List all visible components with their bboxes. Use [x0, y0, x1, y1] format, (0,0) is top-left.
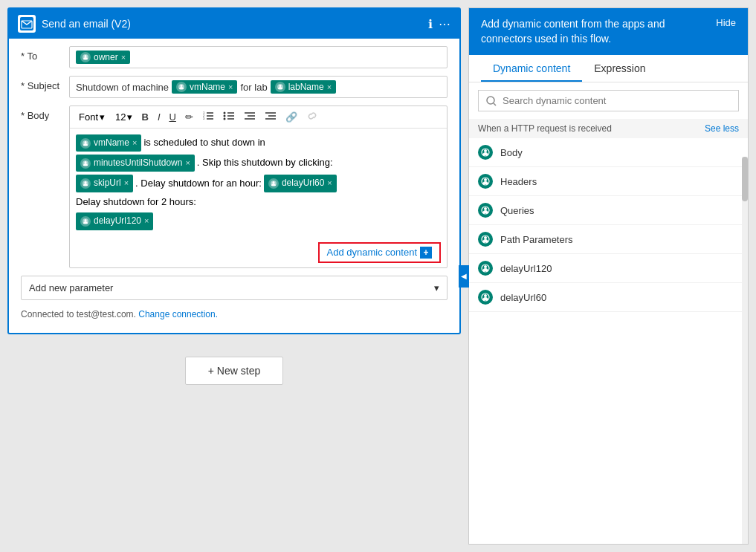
- font-dropdown-icon: ▾: [100, 111, 105, 123]
- app-icon: [18, 15, 36, 33]
- search-input[interactable]: [503, 95, 731, 106]
- bold-button[interactable]: B: [138, 110, 151, 124]
- vmname-close[interactable]: ×: [228, 82, 233, 91]
- scrollbar-track: [742, 157, 748, 544]
- tab-dynamic-content[interactable]: Dynamic content: [481, 55, 582, 82]
- tab-expression[interactable]: Expression: [582, 55, 657, 82]
- font-size-selector[interactable]: 12 ▾: [112, 110, 135, 124]
- font-size-dropdown-icon: ▾: [127, 111, 132, 123]
- body-text-2: . Skip this shutdown by clicking:: [197, 155, 333, 171]
- svg-point-47: [484, 265, 487, 268]
- font-size-label: 12: [115, 111, 126, 123]
- italic-button[interactable]: I: [155, 110, 164, 124]
- collapse-panel-button[interactable]: ◀: [459, 265, 469, 288]
- dynamic-item-icon-delay60: [478, 290, 493, 305]
- to-token-close[interactable]: ×: [121, 53, 126, 62]
- delay120-close[interactable]: ×: [144, 215, 149, 228]
- subject-token-vmname: vmName ×: [172, 80, 237, 94]
- dynamic-item-label-headers: Headers: [500, 176, 537, 187]
- body-text-1: is scheduled to shut down in: [143, 135, 265, 151]
- add-param-label: Add new parameter: [29, 282, 113, 293]
- search-icon: [486, 96, 497, 106]
- labname-label: labName: [288, 82, 324, 92]
- email-form: * To owner × * Subject: [9, 39, 459, 333]
- to-token: owner ×: [76, 51, 130, 64]
- add-param-chevron: ▾: [434, 282, 439, 293]
- svg-point-41: [484, 178, 487, 181]
- svg-point-39: [484, 149, 487, 152]
- header-left: Send an email (V2): [18, 15, 131, 33]
- body-vmname-label: vmName: [94, 136, 129, 150]
- body-vmname-close[interactable]: ×: [132, 137, 137, 150]
- delay120-label: delayUrl120: [94, 214, 141, 228]
- token-icon-vm: [176, 82, 187, 92]
- to-field[interactable]: owner ×: [69, 46, 448, 68]
- subject-text-2: for lab: [240, 82, 267, 93]
- token-icon: [80, 52, 91, 62]
- dynamic-content-row: Add dynamic content +: [70, 239, 447, 267]
- svg-point-5: [181, 85, 183, 87]
- body-token-icon-1: [80, 138, 91, 149]
- new-step-button[interactable]: + New step: [185, 357, 283, 385]
- ordered-list-icon[interactable]: 123: [199, 109, 217, 125]
- subject-field[interactable]: Shutdown of machine vmName × for lab: [69, 76, 448, 98]
- dynamic-item-icon-headers: [478, 174, 493, 189]
- skipurl-close[interactable]: ×: [124, 177, 129, 190]
- to-row: * To owner ×: [21, 46, 448, 68]
- add-dynamic-content-button[interactable]: Add dynamic content +: [318, 242, 441, 263]
- dynamic-items-list: Body Headers Queries Path Parameters: [469, 138, 748, 312]
- body-token-vmname: vmName ×: [76, 134, 141, 152]
- scrollbar-thumb[interactable]: [742, 157, 748, 201]
- unlink-icon[interactable]: [303, 109, 321, 125]
- change-connection-link[interactable]: Change connection.: [138, 309, 218, 319]
- unordered-list-icon[interactable]: [220, 109, 238, 125]
- body-token-icon-3: [80, 178, 91, 189]
- connection-text: Connected to test@test.com.: [21, 309, 136, 319]
- dynamic-item-delay120[interactable]: delayUrl120: [469, 254, 748, 283]
- svg-point-49: [484, 294, 487, 297]
- labname-close[interactable]: ×: [327, 82, 332, 91]
- underline-button[interactable]: U: [167, 110, 179, 124]
- minutes-close[interactable]: ×: [185, 157, 190, 170]
- body-label: * Body: [21, 105, 69, 121]
- svg-point-14: [223, 112, 225, 114]
- search-box[interactable]: [478, 90, 739, 111]
- subject-text-1: Shutdown of machine: [76, 82, 169, 93]
- dynamic-item-headers[interactable]: Headers: [469, 167, 748, 196]
- svg-line-37: [494, 103, 496, 105]
- add-dynamic-label: Add dynamic content: [327, 247, 417, 258]
- more-icon[interactable]: ⋯: [439, 17, 450, 31]
- svg-point-33: [272, 181, 274, 184]
- svg-point-31: [85, 181, 87, 184]
- card-title: Send an email (V2): [42, 18, 131, 30]
- dynamic-item-label-queries: Queries: [500, 205, 534, 216]
- body-line-4: delayUrl120 ×: [76, 212, 441, 230]
- dynamic-item-path-params[interactable]: Path Parameters: [469, 225, 748, 254]
- subject-tokens: Shutdown of machine vmName × for lab: [76, 80, 336, 94]
- right-panel-header-text: Add dynamic content from the apps and co…: [481, 17, 708, 46]
- pen-icon[interactable]: ✏: [182, 110, 196, 124]
- hide-button[interactable]: Hide: [716, 17, 736, 28]
- link-icon[interactable]: 🔗: [282, 110, 300, 124]
- right-tabs: Dynamic content Expression: [469, 55, 748, 82]
- see-less-button[interactable]: See less: [705, 123, 739, 134]
- delay60-close[interactable]: ×: [327, 177, 332, 190]
- info-icon[interactable]: ℹ: [428, 17, 433, 31]
- to-token-label: owner: [94, 52, 118, 62]
- svg-point-36: [487, 97, 494, 104]
- dynamic-item-icon-body: [478, 145, 493, 160]
- dynamic-item-body[interactable]: Body: [469, 138, 748, 167]
- dynamic-item-label-body: Body: [500, 147, 523, 158]
- dynamic-item-queries[interactable]: Queries: [469, 196, 748, 225]
- svg-point-43: [484, 207, 487, 210]
- decrease-indent-icon[interactable]: [241, 109, 259, 125]
- increase-indent-icon[interactable]: [262, 109, 280, 125]
- body-token-icon-4: [268, 178, 279, 189]
- minutes-label: minutesUntilShutdown: [94, 156, 182, 170]
- dynamic-item-delay60[interactable]: delayUrl60: [469, 283, 748, 312]
- body-content[interactable]: vmName × is scheduled to shut down in: [70, 129, 447, 239]
- body-token-icon-2: [80, 158, 91, 169]
- add-param-row[interactable]: Add new parameter ▾: [21, 276, 448, 300]
- new-step-container: + New step: [7, 342, 461, 400]
- font-selector[interactable]: Font ▾: [74, 110, 109, 124]
